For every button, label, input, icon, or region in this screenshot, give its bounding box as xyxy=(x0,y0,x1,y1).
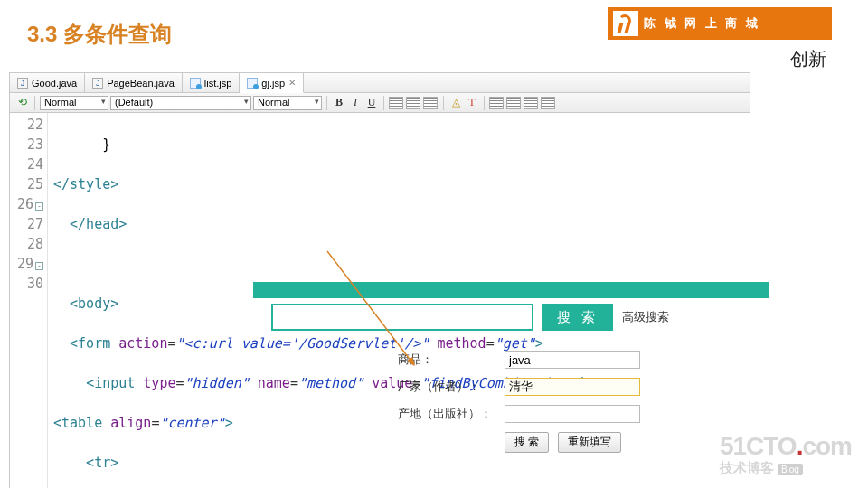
font-combo[interactable]: (Default) xyxy=(110,96,251,110)
highlight-color-icon[interactable]: ◬ xyxy=(448,96,463,110)
search-row: 搜 索 高级搜索 xyxy=(271,304,669,331)
bold-button[interactable]: B xyxy=(332,96,346,110)
separator xyxy=(443,96,444,110)
tab-pagebean-java[interactable]: J PageBean.java xyxy=(85,73,183,92)
line-gutter: 22 23 24 25 26- 27 28 29- 30 xyxy=(10,113,48,488)
code-line: <tr> xyxy=(53,453,592,473)
tab-gj-jsp[interactable]: gj.jsp ✕ xyxy=(240,73,304,93)
fold-icon[interactable]: - xyxy=(35,202,43,211)
form-row-maker: 厂家（作者）： xyxy=(398,378,640,396)
size-combo[interactable]: Normal xyxy=(253,96,322,110)
tab-label: PageBean.java xyxy=(107,78,175,89)
numbered-list-button[interactable] xyxy=(541,97,555,109)
tab-label: Good.java xyxy=(32,78,77,89)
search-input[interactable] xyxy=(271,304,533,331)
italic-button[interactable]: I xyxy=(348,96,363,110)
separator xyxy=(326,96,327,110)
brand-text: 陈 钺 网 上 商 城 xyxy=(644,15,760,32)
java-file-icon: J xyxy=(17,78,28,89)
tab-list-jsp[interactable]: list.jsp xyxy=(183,73,241,92)
form-row-origin: 产地（出版社）： xyxy=(398,405,640,423)
tab-good-java[interactable]: J Good.java xyxy=(10,73,85,92)
align-right-button[interactable] xyxy=(423,97,438,109)
form-reset-button[interactable]: 重新填写 xyxy=(558,432,621,453)
underline-button[interactable]: U xyxy=(364,96,379,110)
input-product[interactable] xyxy=(505,351,640,369)
section-heading: 3.3 多条件查询 xyxy=(27,20,172,49)
search-button[interactable]: 搜 索 xyxy=(542,304,613,331)
code-line: } xyxy=(53,135,592,155)
input-maker[interactable] xyxy=(505,378,640,396)
label-maker: 厂家（作者）： xyxy=(398,379,499,395)
code-line: </head> xyxy=(53,214,592,234)
java-file-icon: J xyxy=(92,78,103,89)
label-origin: 产地（出版社）： xyxy=(398,406,499,422)
format-toolbar: ⟲ Normal (Default) Normal B I U ◬ T xyxy=(10,93,750,113)
brand-icon xyxy=(613,11,638,36)
nav-band xyxy=(253,282,769,298)
separator xyxy=(484,96,485,110)
brand-bar: 陈 钺 网 上 商 城 xyxy=(608,7,832,40)
close-icon[interactable]: ✕ xyxy=(288,78,296,88)
code-line: </style> xyxy=(53,174,592,194)
bulleted-list-button[interactable] xyxy=(524,97,538,109)
indent-right-button[interactable] xyxy=(506,97,521,109)
slogan-fragment: 创新 xyxy=(790,47,826,71)
align-left-button[interactable] xyxy=(389,97,403,109)
form-submit-button[interactable]: 搜 索 xyxy=(505,432,549,453)
fold-icon[interactable]: - xyxy=(35,262,43,270)
editor-tab-bar: J Good.java J PageBean.java list.jsp gj.… xyxy=(10,73,750,93)
jsp-file-icon xyxy=(247,78,258,89)
label-product: 商品： xyxy=(398,352,499,368)
tab-label: gj.jsp xyxy=(261,78,285,89)
advanced-search-link[interactable]: 高级搜索 xyxy=(622,309,669,325)
separator xyxy=(383,96,384,110)
form-row-product: 商品： xyxy=(398,351,640,369)
source-mode-icon[interactable]: ⟲ xyxy=(15,96,30,110)
indent-left-button[interactable] xyxy=(489,97,504,109)
tab-label: list.jsp xyxy=(204,78,232,89)
input-origin[interactable] xyxy=(505,405,640,423)
code-line xyxy=(53,254,592,274)
text-color-icon[interactable]: T xyxy=(465,96,479,110)
jsp-file-icon xyxy=(190,78,201,89)
align-center-button[interactable] xyxy=(406,97,420,109)
watermark: 51CTO.com 技术博客Blog xyxy=(720,433,852,475)
style-combo[interactable]: Normal xyxy=(40,96,108,110)
advanced-form: 商品： 厂家（作者）： 产地（出版社）： 搜 索 重新填写 xyxy=(398,351,640,453)
separator xyxy=(34,96,35,110)
